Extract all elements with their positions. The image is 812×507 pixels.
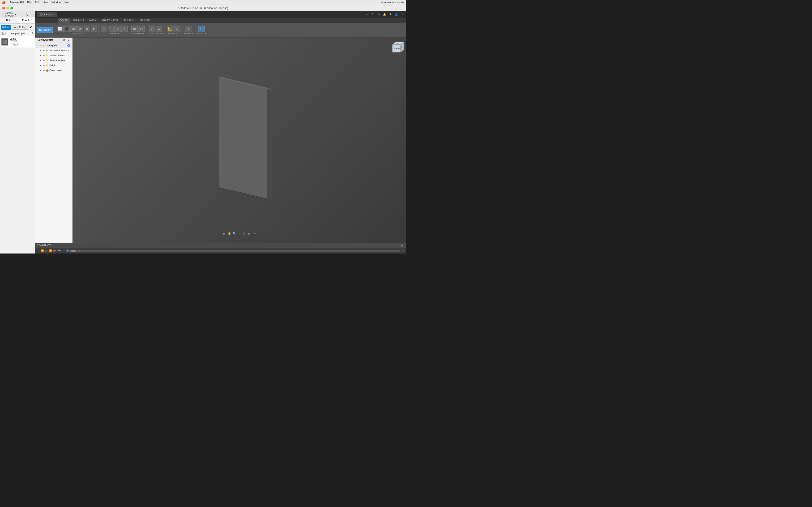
zoom-icon[interactable]: 🔍 [232, 232, 236, 236]
timeline-play-icon[interactable]: ▶ [45, 249, 48, 252]
document-settings-label: Document Settings [48, 49, 72, 52]
close-button[interactable] [2, 7, 5, 9]
people-tab[interactable]: People [17, 17, 35, 23]
select-label[interactable]: SELECT ▾ [197, 33, 206, 35]
assemble-label[interactable]: ASSEMBLE ▾ [132, 33, 144, 35]
timeline-prev-icon[interactable]: ⏪ [41, 249, 44, 252]
construct-label[interactable]: CONSTRUCT ▾ [148, 33, 163, 35]
browser-panel: ◀ BROWSER ⚙ ▸ ▼ 👁 📁 Lamp v1 [35, 38, 72, 243]
tree-item-selection-sets[interactable]: ▶ 👁 📁 Selection Sets [35, 58, 72, 63]
minimize-button[interactable] [6, 7, 9, 9]
close-tab-icon[interactable]: ✕ [400, 12, 404, 16]
browser-settings-icon[interactable]: ⚙ [62, 39, 66, 42]
user-avatar-icon[interactable]: 👤 [394, 12, 398, 16]
data-tab[interactable]: Data [0, 17, 17, 23]
visibility-icon2[interactable]: 👁 [43, 49, 45, 52]
fillet-icon[interactable]: ⌒ [108, 25, 114, 32]
timeline-next-icon[interactable]: ⏩ [49, 249, 52, 252]
menu-edit[interactable]: Edit [35, 1, 39, 4]
visibility-icon6[interactable]: 👁 [43, 69, 45, 72]
tab-mesh[interactable]: MESH [87, 18, 99, 23]
upload-button[interactable]: Upload [1, 25, 11, 30]
fusion-workspace: Lamp v1* + ? ⚙ 🔔 ℹ 👤 ✕ SOLID SURFACE MES… [35, 11, 406, 253]
refresh-icon[interactable]: ↻ [17, 12, 22, 17]
axis-icon[interactable]: ⊕ [156, 25, 162, 32]
camera-icon[interactable]: 📷 [252, 232, 256, 236]
tab-solid[interactable]: SOLID [58, 18, 70, 23]
new-folder-button[interactable]: New Folder [12, 25, 28, 30]
fx-icon[interactable]: fx [121, 25, 128, 32]
menu-file[interactable]: File [27, 1, 32, 4]
close-panel-icon[interactable]: ✕ [30, 12, 35, 17]
menu-help[interactable]: Help [64, 1, 70, 4]
plane-icon[interactable]: ⬡ [149, 25, 155, 32]
info-icon[interactable]: ℹ [388, 12, 392, 16]
fusion-document-tab[interactable]: Lamp v1* [37, 12, 57, 17]
maximize-button[interactable] [10, 7, 13, 9]
chamfer-icon[interactable]: ◿ [114, 25, 121, 32]
menu-view[interactable]: View [43, 1, 48, 4]
joint-icon[interactable]: ⊞ [132, 25, 138, 32]
tree-item-component1[interactable]: ▶ 👁 📦 Component1:1 [35, 68, 72, 73]
timeline-end-icon[interactable]: ⏭ [53, 249, 56, 252]
file-item[interactable]: Lamp 2/23/22 📄 V1 [0, 36, 35, 48]
tab-plastic[interactable]: PLASTIC [121, 18, 136, 23]
timeline-cursor[interactable] [67, 249, 68, 252]
inspect-label[interactable]: INSPECT ▾ [168, 33, 179, 35]
timeline-settings-icon[interactable]: ⚙ [401, 249, 405, 252]
tab-sheet-metal[interactable]: SHEET METAL [99, 18, 121, 23]
loft-icon[interactable]: ◈ [84, 25, 90, 32]
tree-item-named-views[interactable]: ▶ 👁 📁 Named Views [35, 53, 72, 58]
press-pull-icon[interactable]: ↕ [101, 25, 107, 32]
insert-icon[interactable]: ⤵ [185, 25, 192, 32]
timeline-marker [73, 250, 74, 252]
tab-surface[interactable]: SURFACE [70, 18, 87, 23]
timeline-feature-icon[interactable]: ⬛ [62, 249, 65, 252]
insert-label[interactable]: INSERT ▾ [184, 33, 193, 35]
joint2-icon[interactable]: ⊟ [138, 25, 145, 32]
comments-expand-icon[interactable]: ▸ [400, 243, 404, 247]
measure-icon[interactable]: 📐 [167, 25, 173, 32]
orbit-icon[interactable]: ↔ [237, 232, 241, 236]
visibility-icon3[interactable]: 👁 [43, 54, 45, 57]
timeline-start-icon[interactable]: ⏮ [37, 249, 40, 252]
pan-icon[interactable]: ✋ [227, 232, 231, 236]
tree-item-lamp-v1[interactable]: ▼ 👁 📁 Lamp v1 e ℹ [35, 43, 72, 48]
visibility-icon5[interactable]: 👁 [43, 64, 45, 67]
create-label[interactable]: CREATE ▾ [72, 33, 82, 35]
sweep-icon[interactable]: ⟳ [77, 25, 83, 32]
menu-window[interactable]: Window [52, 1, 61, 4]
home-icon[interactable]: 🏠 [1, 32, 4, 35]
fit-view-icon[interactable]: ⊞ [222, 232, 226, 236]
sphere-icon[interactable]: ● [91, 25, 97, 32]
tree-item-origin[interactable]: ▶ 👁 📁 Origin [35, 63, 72, 68]
visibility-icon4[interactable]: 👁 [43, 59, 45, 62]
settings-gear-icon[interactable]: ⚙ [376, 12, 380, 16]
timeline-track[interactable] [66, 250, 400, 252]
apple-icon[interactable]: 🍎 [2, 1, 6, 4]
tree-item-document-settings[interactable]: ▶ 👁 ⚙ Document Settings [35, 48, 72, 53]
browser-collapse-left-icon[interactable]: ◀ [37, 39, 41, 42]
settings-icon[interactable]: ⚙ [29, 25, 34, 30]
extrude-icon[interactable]: ⬛ [63, 25, 70, 32]
section-analysis-icon[interactable]: ⟁ [173, 25, 180, 32]
timeline-sketch-icon[interactable]: 📷 [57, 249, 61, 252]
modify-label[interactable]: MODIFY ▾ [109, 33, 119, 35]
new-component-icon[interactable]: ⬜ [57, 25, 63, 32]
display-settings-icon[interactable]: ⬡ [242, 232, 246, 236]
help-icon[interactable]: ? [371, 12, 375, 16]
new-tab-icon[interactable]: + [365, 12, 369, 16]
search-icon[interactable]: 🔍 [24, 12, 29, 17]
select-icon[interactable]: ↖ [198, 25, 205, 32]
tab-utilities[interactable]: UTILITIES [137, 18, 153, 23]
design-dropdown-button[interactable]: DESIGN ▾ [37, 27, 53, 33]
insert-tool-group: ⤵ INSERT ▾ [183, 25, 194, 35]
notification-icon[interactable]: 🔔 [383, 12, 387, 16]
visibility-icon[interactable]: 👁 [40, 44, 42, 47]
grid-icon[interactable]: ⊞ [247, 232, 251, 236]
breadcrumb-project[interactable]: lamp Project [11, 32, 25, 35]
revolve-icon[interactable]: ◎ [70, 25, 77, 32]
browser-collapse-icon[interactable]: ▸ [67, 39, 70, 42]
3d-viewport[interactable]: FRONT RIGHT TOP Z↑ ⊞ ✋ 🔍 ↔ ⬡ ⊞ [72, 38, 406, 243]
viewcube[interactable]: FRONT RIGHT TOP Z↑ [389, 40, 403, 53]
